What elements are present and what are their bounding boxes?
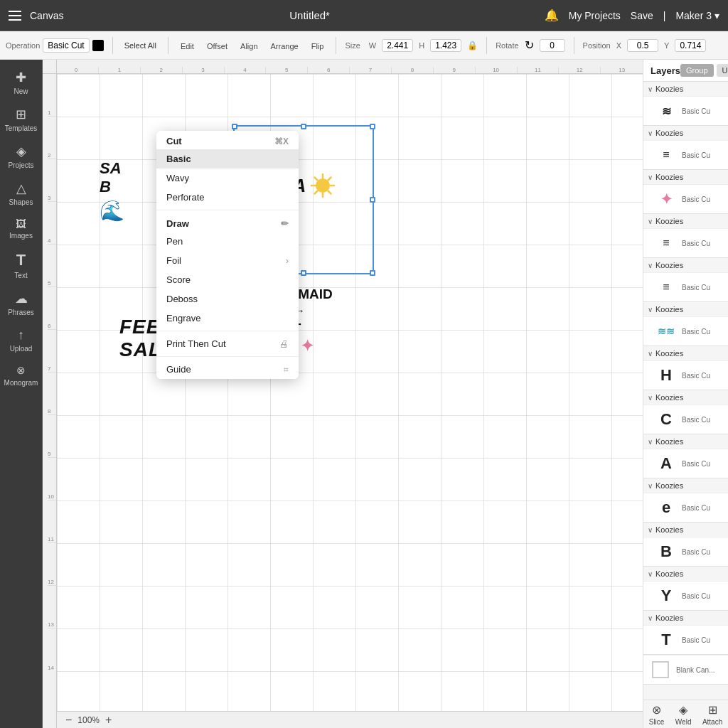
menu-item-engrave[interactable]: Engrave [156,309,299,328]
attach-button[interactable]: ⊞ Attach [702,703,722,726]
divider4 [486,37,487,54]
panel-header: Layers Group Ungroup [643,60,728,82]
layer-item-13[interactable]: Blank Can... [643,655,728,684]
y-input[interactable] [675,39,706,52]
layer-item-0[interactable]: ≋ Basic Cu [643,96,728,125]
foil-arrow-icon: › [286,255,289,266]
layer-group-header-7[interactable]: ∨ Koozies [643,390,728,405]
sel-handle-bc[interactable] [301,270,306,276]
menu-item-print-then-cut[interactable]: Print Then Cut 🖨 [156,334,299,353]
app-title: Canvas [30,10,63,21]
layer-group-header-2[interactable]: ∨ Koozies [643,170,728,184]
offset-button[interactable]: Offset [203,38,231,53]
divider1 [112,37,113,54]
sidebar-item-phrases[interactable]: ☁ Phrases [0,287,42,321]
sel-handle-tr[interactable] [370,124,375,129]
bell-icon[interactable]: 🔔 [545,9,559,22]
weld-icon: ◈ [679,703,687,717]
ruler-tick-0: 0 [57,67,99,73]
layer-group-header-11[interactable]: ∨ Koozies [643,567,728,581]
canvas-grid[interactable]: 1.423" GIRLS JUST WANNA [57,74,643,711]
layer-group-header-10[interactable]: ∨ Koozies [643,523,728,537]
sidebar-item-images[interactable]: 🖼 Images [0,213,42,244]
menu-item-perforate[interactable]: Perforate [156,188,299,207]
layer-item-7[interactable]: C Basic Cu [643,405,728,434]
layer-group-header-3[interactable]: ∨ Koozies [643,214,728,228]
layer-item-10[interactable]: B Basic Cu [643,537,728,566]
sidebar-item-upload[interactable]: ↑ Upload [0,323,42,357]
sidebar-item-shapes[interactable]: △ Shapes [0,176,42,210]
layer-group-title-8: Koozies [655,437,683,446]
sel-handle-tl[interactable] [232,124,237,129]
chevron-icon-0: ∨ [648,85,653,93]
slice-button[interactable]: ⊗ Slice [649,703,665,726]
edit-button[interactable]: Edit [177,38,198,53]
layer-item-8[interactable]: A Basic Cu [643,449,728,478]
layer-thumb-5: ≋≋ [655,320,678,343]
menu-item-deboss[interactable]: Deboss [156,289,299,309]
layer-item-11[interactable]: Y Basic Cu [643,581,728,610]
width-input[interactable] [382,39,413,52]
layer-group-header-4[interactable]: ∨ Koozies [643,258,728,272]
align-button[interactable]: Align [237,38,261,53]
weld-button[interactable]: ◈ Weld [675,703,692,726]
sidebar-item-templates[interactable]: ⊞ Templates [0,102,42,136]
layer-group-header-9[interactable]: ∨ Koozies [643,478,728,493]
right-panel: Layers Group Ungroup ∨ Koozies ≋ Basic C… [643,60,728,728]
maker-selector[interactable]: Maker 3 ▾ [675,10,719,21]
sun-icon [309,171,337,200]
layer-item-3[interactable]: ≡ Basic Cu [643,228,728,257]
layer-group-header-1[interactable]: ∨ Koozies [643,126,728,140]
menu-item-guide[interactable]: Guide ⌗ [156,360,299,379]
select-all-button[interactable]: Select All [122,38,159,52]
menu-item-foil[interactable]: Foil › [156,251,299,270]
sidebar-item-new[interactable]: ✚ New [0,65,42,100]
sel-handle-mr[interactable] [370,197,375,203]
layer-item-1[interactable]: ≡ Basic Cu [643,140,728,169]
lock-icon[interactable]: 🔒 [467,41,478,50]
layer-item-2[interactable]: ✦ Basic Cu [643,184,728,213]
save-button[interactable]: Save [631,10,653,21]
w-label: W [369,41,376,50]
layer-item-12[interactable]: T Basic Cu [643,625,728,654]
sidebar-item-monogram[interactable]: ⊗ Monogram [0,360,42,391]
my-projects-btn[interactable]: My Projects [569,10,621,21]
zoom-out-button[interactable]: − [65,714,72,727]
height-input[interactable] [430,39,461,52]
layer-group-header-5[interactable]: ∨ Koozies [643,302,728,316]
layer-item-6[interactable]: H Basic Cu [643,360,728,390]
layers-title: Layers [651,65,680,76]
menu-item-score[interactable]: Score [156,270,299,289]
ungroup-button[interactable]: Ungroup [717,64,729,77]
layer-item-9[interactable]: e Basic Cu [643,493,728,522]
layer-item-4[interactable]: ≡ Basic Cu [643,272,728,301]
rotate-icon[interactable]: ↻ [525,38,534,52]
sel-handle-tc[interactable] [301,124,306,129]
layer-item-5[interactable]: ≋≋ Basic Cu [643,316,728,346]
layer-info-7: Basic Cu [682,416,710,424]
sidebar-item-label-phrases: Phrases [8,309,34,316]
vruler-tick-10: 11 [48,500,56,543]
zoom-in-button[interactable]: + [105,714,112,727]
operation-dropdown[interactable]: Basic Cut [43,38,89,53]
layer-group-header-8[interactable]: ∨ Koozies [643,434,728,449]
group-button[interactable]: Group [680,64,714,77]
sidebar-item-text[interactable]: T Text [0,247,42,284]
menu-item-wavy[interactable]: Wavy [156,168,299,188]
layer-thumb-2: ✦ [655,188,678,210]
color-swatch[interactable] [92,40,104,51]
layer-group-header-0[interactable]: ∨ Koozies [643,82,728,96]
menu-area: Canvas [9,10,63,21]
menu-item-pen[interactable]: Pen [156,232,299,251]
arrange-button[interactable]: Arrange [267,38,302,53]
sidebar-item-projects[interactable]: ◈ Projects [0,139,42,173]
rotate-input[interactable] [540,39,565,52]
canvas-area[interactable]: 0 1 2 3 4 5 6 7 8 9 10 11 12 13 1 2 3 [43,60,643,728]
layer-group-header-12[interactable]: ∨ Koozies [643,611,728,625]
sel-handle-br[interactable] [370,270,375,276]
flip-button[interactable]: Flip [308,38,328,53]
x-input[interactable] [627,39,658,52]
menu-item-basic[interactable]: Basic [156,149,299,168]
layer-group-header-6[interactable]: ∨ Koozies [643,346,728,360]
hamburger-menu[interactable] [9,11,21,21]
